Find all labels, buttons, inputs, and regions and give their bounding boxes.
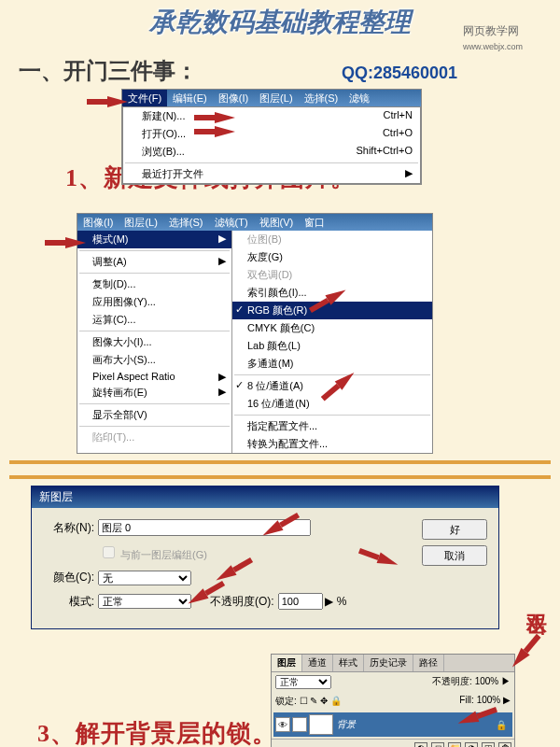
qq-contact: QQ:285460001 — [342, 63, 457, 83]
image-submenu: 模式(M)▶ 调整(A)▶ 复制(D)... 应用图像(Y)... 运算(C).… — [77, 231, 232, 453]
menu-item-open[interactable]: 打开(O)...Ctrl+O — [123, 125, 420, 143]
menu-filter[interactable]: 滤镜 — [343, 90, 375, 106]
mode-assign-profile[interactable]: 指定配置文件... — [232, 417, 432, 435]
opacity-label: 不透明度(O): — [210, 594, 274, 610]
menu-item-rotate[interactable]: 旋转画布(E)▶ — [77, 384, 231, 402]
mode-duotone: 双色调(D) — [232, 266, 432, 284]
cancel-button[interactable]: 取消 — [422, 545, 487, 566]
color-label: 颜色(C): — [43, 570, 94, 585]
menu-item-duplicate[interactable]: 复制(D)... — [77, 275, 231, 293]
menu-item-canvas-size[interactable]: 画布大小(S)... — [77, 351, 231, 369]
menu-layer[interactable]: 图层(L) — [254, 90, 298, 106]
menu-item-trap: 陷印(T)... — [77, 429, 231, 446]
step-3-caption: 3、解开背景层的锁。 — [37, 717, 277, 747]
tab-paths[interactable]: 路径 — [413, 655, 444, 671]
orange-divider — [9, 460, 551, 464]
new-layer-dialog: 新图层 名称(N): 与前一图层编组(G) 颜色(C): 无 模式: 正常 — [31, 486, 499, 629]
file-menu-screenshot: 文件(F) 编辑(E) 图像(I) 图层(L) 选择(S) 滤镜 新建(N)..… — [121, 89, 422, 185]
red-arrow — [215, 126, 235, 137]
mode-grayscale[interactable]: 灰度(G) — [232, 248, 432, 266]
menu-select[interactable]: 选择(S) — [163, 214, 209, 231]
menu-image[interactable]: 图像(I) — [77, 214, 119, 231]
mode-16bit[interactable]: 16 位/通道(N) — [232, 395, 432, 413]
red-arrow — [107, 96, 128, 107]
ok-button[interactable]: 好 — [422, 519, 487, 540]
menu-item-apply[interactable]: 应用图像(Y)... — [77, 293, 231, 311]
menu-item-reveal[interactable]: 显示全部(V) — [77, 406, 231, 424]
orange-divider — [9, 475, 551, 479]
red-arrow — [215, 112, 235, 123]
menu-item-recent[interactable]: 最近打开文件▶ — [123, 165, 420, 183]
menu-layer[interactable]: 图层(L) — [119, 214, 162, 231]
link-icon[interactable] — [292, 717, 307, 732]
mode-rgb[interactable]: RGB 颜色(R) — [232, 302, 432, 319]
menu-select[interactable]: 选择(S) — [299, 90, 344, 106]
menubar: 文件(F) 编辑(E) 图像(I) 图层(L) 选择(S) 滤镜 — [122, 90, 421, 106]
visibility-icon[interactable]: 👁 — [275, 717, 290, 732]
menu-view[interactable]: 视图(V) — [254, 214, 300, 231]
fx-icon[interactable]: ◐ — [414, 742, 427, 747]
red-arrow — [65, 237, 86, 248]
menu-item-adjust[interactable]: 调整(A)▶ — [77, 253, 231, 271]
menu-item-image-size[interactable]: 图像大小(I)... — [77, 333, 231, 351]
blend-mode-select[interactable]: 正常 — [275, 675, 331, 689]
section-heading: 一、开门三件事： — [19, 56, 198, 86]
mode-select[interactable]: 正常 — [98, 594, 191, 609]
opacity-input[interactable] — [278, 593, 323, 610]
tab-history[interactable]: 历史记录 — [364, 655, 413, 671]
percent-label: % — [337, 595, 347, 608]
new-layer-icon[interactable]: ◫ — [482, 742, 495, 747]
menu-file[interactable]: 文件(F) — [122, 90, 167, 106]
mode-multichannel[interactable]: 多通道(M) — [232, 355, 432, 373]
menu-edit[interactable]: 编辑(E) — [167, 90, 213, 106]
trash-icon[interactable]: 🗑 — [498, 742, 511, 747]
image-menu-screenshot: 图像(I) 图层(L) 选择(S) 滤镜(T) 视图(V) 窗口 模式(M)▶ … — [77, 213, 433, 454]
layer-thumbnail[interactable] — [309, 714, 333, 735]
menu-filter[interactable]: 滤镜(T) — [209, 214, 254, 231]
mask-icon[interactable]: ◻ — [431, 742, 444, 747]
palette-tabs: 图层 通道 样式 历史记录 路径 — [272, 655, 514, 672]
site-credit: 网页教学网 www.webjx.com — [463, 23, 523, 52]
menu-item-calc[interactable]: 运算(C)... — [77, 311, 231, 329]
menu-image[interactable]: 图像(I) — [213, 90, 254, 106]
tab-styles[interactable]: 样式 — [333, 655, 364, 671]
mode-cmyk[interactable]: CMYK 颜色(C) — [232, 319, 432, 337]
menu-item-par[interactable]: Pixel Aspect Ratio▶ — [77, 369, 231, 384]
name-label: 名称(N): — [43, 520, 94, 536]
tab-channels[interactable]: 通道 — [302, 655, 333, 671]
file-dropdown: 新建(N)...Ctrl+N 打开(O)...Ctrl+O 浏览(B)...Sh… — [122, 106, 421, 184]
mode-label: 模式: — [43, 594, 94, 610]
layer-name: 背景 — [337, 718, 356, 731]
lock-icon: 🔒 — [496, 720, 507, 730]
menu-item-browse[interactable]: 浏览(B)...Shift+Ctrl+O — [123, 143, 420, 161]
mode-bitmap: 位图(B) — [232, 231, 432, 248]
color-select[interactable]: 无 — [98, 571, 191, 585]
menu-window[interactable]: 窗口 — [299, 214, 330, 231]
menu-item-mode[interactable]: 模式(M)▶ — [77, 231, 231, 248]
mode-convert-profile[interactable]: 转换为配置文件... — [232, 435, 432, 453]
adjustment-icon[interactable]: ◑ — [465, 742, 478, 747]
menu-item-new[interactable]: 新建(N)...Ctrl+N — [123, 107, 420, 125]
dialog-title: 新图层 — [32, 486, 498, 508]
folder-icon[interactable]: 📁 — [448, 742, 461, 747]
menubar-2: 图像(I) 图层(L) 选择(S) 滤镜(T) 视图(V) 窗口 — [77, 214, 432, 231]
tab-layers[interactable]: 图层 — [272, 655, 302, 671]
mode-lab[interactable]: Lab 颜色(L) — [232, 337, 432, 355]
layers-palette: 图层 通道 样式 历史记录 路径 正常 不透明度: 100% ▶ 锁定: ☐ ✎… — [271, 654, 515, 747]
mode-submenu: 位图(B) 灰度(G) 双色调(D) 索引颜色(I)... RGB 颜色(R) … — [232, 231, 432, 453]
palette-footer: ◐ ◻ 📁 ◑ ◫ 🗑 — [272, 739, 514, 747]
